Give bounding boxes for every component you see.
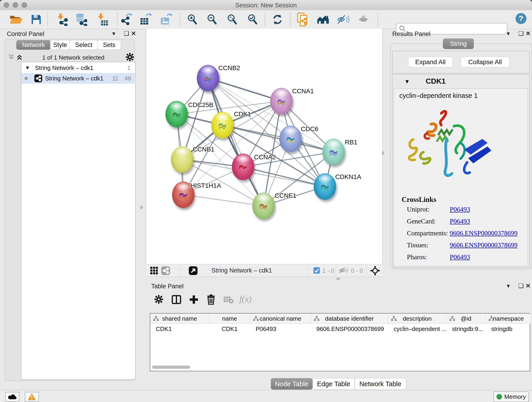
column-header-@id[interactable]: @id bbox=[447, 313, 486, 324]
column-header-canonical-name[interactable]: canonical name bbox=[250, 313, 311, 324]
hidden-eye-slash-icon[interactable] bbox=[339, 267, 348, 275]
import-network-icon[interactable] bbox=[55, 12, 70, 27]
table-cell[interactable]: CDK1 bbox=[150, 324, 209, 334]
column-header-database-identifier[interactable]: database identifier bbox=[311, 313, 388, 324]
network-node-CCNB2[interactable] bbox=[197, 65, 219, 91]
export-network-icon[interactable] bbox=[119, 12, 133, 27]
houses-icon[interactable] bbox=[316, 12, 331, 27]
eye-slash-icon[interactable] bbox=[336, 12, 351, 27]
network-view-share-icon[interactable] bbox=[161, 266, 170, 276]
protein-ribbon-icon bbox=[276, 96, 287, 106]
network-tree-root-row[interactable]: ▼ String Network – cdk1 1 bbox=[21, 63, 135, 73]
selected-checkbox-icon[interactable] bbox=[313, 267, 320, 275]
network-node-RB1[interactable] bbox=[322, 139, 345, 165]
table-gear-icon[interactable] bbox=[154, 295, 163, 305]
network-tree-row-selected[interactable]: String Network – cdk1 11 48 bbox=[21, 73, 135, 84]
splitter-handle[interactable] bbox=[382, 151, 384, 155]
crosslink-value-link[interactable]: 9606.ENSP00000378699 bbox=[450, 230, 518, 237]
memory-button[interactable]: Memory bbox=[494, 391, 529, 402]
tab-node-table[interactable]: Node Table bbox=[271, 378, 312, 390]
expand-all-button[interactable]: Expand All bbox=[408, 57, 453, 67]
export-table-icon[interactable] bbox=[139, 12, 153, 27]
protein-ribbon-icon bbox=[202, 73, 214, 83]
column-header-label: description bbox=[403, 315, 432, 322]
network-node-CCNA1[interactable] bbox=[270, 88, 293, 114]
crosslink-value-link[interactable]: P06493 bbox=[450, 253, 470, 261]
columns-icon[interactable] bbox=[172, 295, 181, 305]
column-header-namespace[interactable]: namespace bbox=[486, 313, 531, 324]
refresh-layout-icon[interactable] bbox=[270, 12, 285, 27]
tab-sets[interactable]: Sets bbox=[97, 40, 121, 50]
help-icon[interactable]: ? bbox=[514, 12, 528, 26]
open-in-new-icon[interactable] bbox=[189, 266, 198, 276]
results-panel-collapse-icon[interactable]: ▾ bbox=[507, 31, 510, 36]
tab-select[interactable]: Select bbox=[70, 40, 98, 50]
column-header-shared-name[interactable]: shared name bbox=[150, 313, 209, 324]
grid-view-icon[interactable] bbox=[150, 267, 158, 276]
table-cell[interactable]: 9606.ENSP00000378699 bbox=[311, 324, 388, 334]
node-table[interactable]: shared namenamecanonical namedatabase id… bbox=[150, 313, 530, 371]
collapse-all-button[interactable]: Collapse All bbox=[461, 57, 510, 67]
network-canvas[interactable]: CCNB2CCNA1CDC25BCDK1CDC6RB1CCNB1CCNA2CDK… bbox=[146, 29, 383, 264]
control-panel-collapse-icon[interactable]: ▾ bbox=[112, 31, 115, 36]
network-node-CDC6[interactable] bbox=[279, 126, 302, 152]
network-node-CCNA2[interactable] bbox=[232, 153, 254, 180]
control-panel-float-icon[interactable]: ❑ bbox=[124, 31, 129, 36]
network-node-CCNB1[interactable] bbox=[171, 146, 193, 173]
zoom-fit-icon[interactable] bbox=[225, 12, 240, 27]
network-node-CDK1[interactable] bbox=[211, 112, 234, 138]
open-session-icon[interactable] bbox=[9, 12, 23, 27]
import-database-icon[interactable] bbox=[74, 12, 89, 27]
eye-disabled-icon[interactable] bbox=[356, 12, 371, 27]
add-column-icon[interactable] bbox=[189, 295, 199, 305]
table-cell[interactable]: stringdb bbox=[486, 324, 531, 334]
expand-all-networks-icon[interactable] bbox=[16, 54, 23, 61]
import-table-icon[interactable] bbox=[95, 12, 110, 27]
export-image-icon[interactable] bbox=[159, 12, 174, 27]
tab-network[interactable]: Network bbox=[16, 40, 51, 50]
column-header-name[interactable]: name bbox=[209, 313, 250, 324]
crosslink-value-link[interactable]: 9606.ENSP00000378699 bbox=[450, 241, 518, 249]
table-panel-float-icon[interactable]: ❑ bbox=[518, 283, 524, 289]
string-docs-icon[interactable] bbox=[296, 12, 310, 27]
protein-expander-icon[interactable]: ▼ bbox=[404, 78, 410, 85]
horizontal-scrollbar[interactable] bbox=[152, 366, 190, 369]
results-panel-float-icon[interactable]: ❑ bbox=[518, 31, 524, 36]
network-node-CDC25B[interactable] bbox=[165, 101, 188, 128]
tab-string[interactable]: String bbox=[443, 38, 474, 49]
splitter-handle[interactable] bbox=[140, 206, 143, 209]
crosslink-value-link[interactable]: P06493 bbox=[450, 217, 470, 225]
control-panel-close-icon[interactable]: ✕ bbox=[131, 31, 136, 36]
zoom-out-icon[interactable] bbox=[205, 12, 220, 27]
column-header-description[interactable]: description bbox=[388, 313, 447, 324]
network-options-gear-icon[interactable] bbox=[126, 53, 134, 62]
delete-column-icon[interactable] bbox=[206, 294, 215, 306]
zoom-selected-icon[interactable] bbox=[245, 12, 260, 27]
network-node-CDKN1A[interactable] bbox=[314, 173, 336, 200]
viewbar-separator bbox=[308, 266, 308, 275]
toolbar-separator bbox=[265, 13, 265, 26]
fit-selected-crosshair-icon[interactable] bbox=[370, 266, 380, 277]
zoom-in-icon[interactable] bbox=[185, 12, 200, 27]
results-panel-close-icon[interactable]: ✕ bbox=[526, 31, 531, 36]
warning-button[interactable] bbox=[25, 392, 39, 402]
crosslink-label: Tissues: bbox=[407, 241, 428, 249]
table-panel-close-icon[interactable]: ✕ bbox=[526, 283, 531, 289]
tree-expander-icon[interactable]: ▼ bbox=[25, 65, 30, 71]
table-panel-collapse-icon[interactable]: ▾ bbox=[507, 283, 510, 289]
function-builder-icon[interactable]: f(x) bbox=[239, 294, 252, 304]
network-node-CCNE1[interactable] bbox=[252, 192, 275, 219]
table-cell[interactable]: P06493 bbox=[250, 324, 311, 334]
cloud-button[interactable] bbox=[5, 392, 19, 402]
save-session-icon[interactable] bbox=[29, 12, 44, 27]
collapse-all-networks-icon[interactable] bbox=[8, 54, 15, 61]
crosslink-value-link[interactable]: P06493 bbox=[450, 206, 470, 213]
tab-style[interactable]: Style bbox=[50, 40, 70, 50]
delete-table-icon[interactable] bbox=[223, 296, 234, 305]
tab-network-table[interactable]: Network Table bbox=[355, 378, 406, 390]
network-edge[interactable] bbox=[183, 195, 264, 206]
tab-edge-table[interactable]: Edge Table bbox=[313, 378, 355, 390]
table-cell[interactable]: stringdb:9... bbox=[447, 324, 486, 334]
table-cell[interactable]: cyclin–dependent ... bbox=[388, 324, 446, 334]
table-cell[interactable]: CDK1 bbox=[209, 324, 250, 334]
